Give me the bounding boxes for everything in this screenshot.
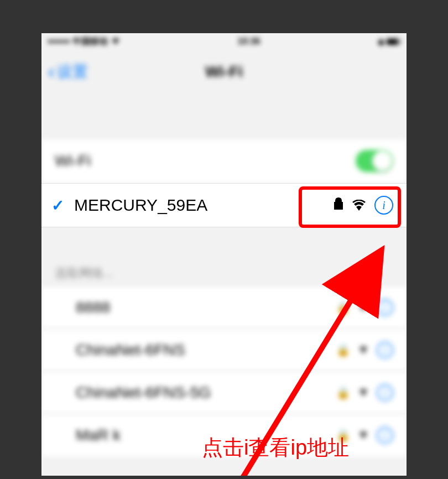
chevron-left-icon: ‹ xyxy=(48,60,55,84)
network-icons: 🔒 i xyxy=(336,384,393,401)
status-bar: 中国移动 10:36 ◈ xyxy=(41,33,407,50)
connected-network-row[interactable]: ✓ MERCURY_59EA i xyxy=(41,183,407,227)
network-row[interactable]: ChinaNet-6FNS 🔒 i xyxy=(41,329,407,371)
wifi-signal-icon xyxy=(352,200,366,211)
info-icon[interactable]: i xyxy=(377,299,393,316)
network-icons: i xyxy=(334,196,393,215)
nav-header: ‹ 设置 Wi-Fi xyxy=(41,50,407,94)
carrier-label: 中国移动 xyxy=(72,36,108,48)
back-label: 设置 xyxy=(57,61,88,82)
info-icon[interactable]: i xyxy=(377,384,393,401)
network-name: ChinaNet-6FNS-5G xyxy=(76,384,336,402)
network-icons: 🔒 i xyxy=(336,427,393,444)
info-icon[interactable]: i xyxy=(377,427,393,444)
battery-icon xyxy=(387,39,400,45)
network-row[interactable]: MaR k 🔒 i xyxy=(41,414,407,456)
spacer xyxy=(41,227,407,261)
toggle-knob xyxy=(372,151,392,171)
status-time: 10:36 xyxy=(238,37,261,46)
lock-icon: 🔒 xyxy=(336,429,350,442)
status-right: ◈ xyxy=(378,37,400,47)
network-name: MaR k xyxy=(76,426,336,444)
status-left: 中国移动 xyxy=(48,36,120,48)
page-title: Wi-Fi xyxy=(205,63,243,81)
network-icons: 🔒 i xyxy=(336,299,393,316)
lock-icon: 🔒 xyxy=(336,343,350,357)
lock-icon: 🔒 xyxy=(336,301,350,314)
wifi-signal-icon xyxy=(358,345,369,356)
network-name: 8888 xyxy=(76,299,336,316)
spacer xyxy=(41,94,407,138)
connected-network-name: MERCURY_59EA xyxy=(74,196,334,215)
info-icon[interactable]: i xyxy=(377,342,393,358)
checkmark-icon: ✓ xyxy=(51,196,64,215)
lock-icon: 🔒 xyxy=(336,386,350,399)
wifi-signal-icon xyxy=(358,430,369,441)
network-name: ChinaNet-6FNS xyxy=(76,341,336,359)
wifi-status-icon xyxy=(111,37,120,46)
lock-icon xyxy=(334,197,343,213)
signal-dots-icon xyxy=(48,40,69,43)
network-row[interactable]: 8888 🔒 i xyxy=(41,286,407,329)
network-row[interactable]: ChinaNet-6FNS-5G 🔒 i xyxy=(41,371,407,414)
section-header: 选取网络... xyxy=(41,261,407,286)
bluetooth-icon: ◈ xyxy=(378,37,384,47)
info-icon[interactable]: i xyxy=(374,196,393,215)
wifi-toggle-label: Wi-Fi xyxy=(55,152,91,170)
network-icons: 🔒 i xyxy=(336,342,393,358)
wifi-signal-icon xyxy=(358,387,369,398)
phone-screen: 中国移动 10:36 ◈ ‹ 设置 Wi-Fi Wi-Fi ✓ MERCURY_… xyxy=(41,33,407,476)
wifi-toggle-row[interactable]: Wi-Fi xyxy=(41,138,407,183)
wifi-toggle-switch[interactable] xyxy=(356,150,393,172)
back-button[interactable]: ‹ 设置 xyxy=(41,60,88,84)
wifi-signal-icon xyxy=(358,302,369,313)
